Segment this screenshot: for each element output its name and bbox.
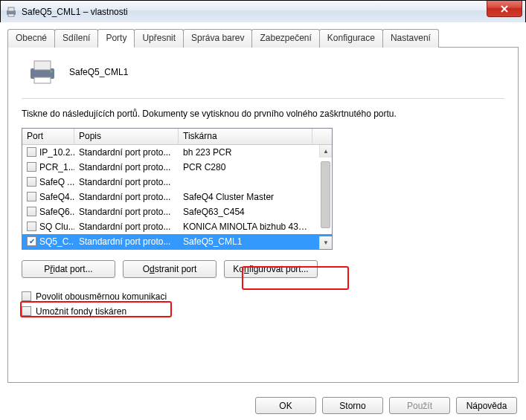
port-printer: SafeQ5_CML1 — [179, 235, 312, 248]
port-printer: KONICA MINOLTA bizhub 43 P... — [179, 220, 312, 233]
port-printer: PCR C280 — [179, 161, 312, 174]
tab-advanced[interactable]: Upřesnit — [134, 29, 184, 48]
printer-icon — [28, 59, 57, 85]
port-row[interactable]: SQ Clu...Standardní port proto...KONICA … — [22, 219, 332, 234]
port-checkbox[interactable] — [27, 192, 36, 201]
port-checkbox[interactable] — [27, 177, 36, 187]
port-desc: Standardní port proto... — [74, 175, 179, 189]
port-row[interactable]: SQ5_C...Standardní port proto...SafeQ5_C… — [22, 234, 332, 249]
port-name: SafeQ6... — [39, 207, 74, 217]
tab-security[interactable]: Zabezpečení — [251, 29, 319, 48]
port-checkbox[interactable] — [27, 222, 36, 231]
ok-button[interactable]: OK — [255, 397, 316, 414]
cancel-button[interactable]: Storno — [322, 397, 383, 414]
port-checkbox[interactable] — [27, 162, 36, 172]
port-list-header: Port Popis Tiskárna — [22, 129, 332, 145]
printer-pool-checkbox[interactable] — [22, 306, 31, 316]
tab-config[interactable]: Konfigurace — [319, 29, 383, 48]
tab-ports[interactable]: Porty — [97, 29, 135, 48]
port-printer: SafeQ4 Cluster Master — [179, 190, 312, 204]
printer-name: SafeQ5_CML1 — [69, 67, 128, 77]
port-printer: bh 223 PCR — [179, 146, 312, 159]
port-name: SQ Clu... — [39, 222, 74, 232]
separator — [22, 98, 504, 99]
port-row[interactable]: SafeQ6...Standardní port proto...SafeQ63… — [22, 204, 332, 219]
port-checkbox[interactable] — [27, 147, 36, 157]
port-desc: Standardní port proto... — [74, 235, 179, 248]
port-row[interactable]: PCR_1...Standardní port proto...PCR C280 — [22, 160, 332, 175]
tab-panel-ports: SafeQ5_CML1 Tiskne do následujících port… — [7, 47, 519, 383]
port-printer — [179, 181, 312, 184]
port-printer: SafeQ63_C454 — [179, 205, 312, 219]
dialog-footer: OK Storno Použít Nápověda — [255, 397, 517, 414]
titlebar: SafeQ5_CML1 – vlastnosti — [1, 1, 525, 23]
port-desc: Standardní port proto... — [74, 146, 179, 159]
port-desc: Standardní port proto... — [74, 220, 179, 233]
close-button[interactable] — [487, 1, 522, 17]
port-name: IP_10.2... — [39, 147, 74, 158]
bidirectional-label: Povolit obousměrnou komunikaci — [36, 291, 167, 302]
col-port[interactable]: Port — [22, 129, 74, 143]
port-name: SafeQ4... — [39, 192, 74, 202]
port-row[interactable]: SafeQ ...Standardní port proto... — [22, 175, 332, 190]
svg-rect-5 — [34, 77, 51, 83]
printer-pool-checkbox-row[interactable]: Umožnit fondy tiskáren — [22, 306, 504, 317]
port-list: Port Popis Tiskárna IP_10.2...Standardní… — [22, 128, 333, 250]
printer-pool-label: Umožnit fondy tiskáren — [36, 306, 126, 317]
bidirectional-checkbox[interactable] — [22, 291, 31, 301]
scroll-down-icon[interactable]: ▼ — [319, 236, 332, 249]
dialog-body: Obecné Sdílení Porty Upřesnit Správa bar… — [0, 22, 526, 420]
port-row[interactable]: SafeQ4...Standardní port proto...SafeQ4 … — [22, 190, 332, 204]
help-button[interactable]: Nápověda — [456, 397, 517, 414]
ports-description: Tiskne do následujících portů. Dokumenty… — [22, 108, 504, 120]
col-printer[interactable]: Tiskárna — [179, 129, 312, 143]
port-name: SQ5_C... — [39, 236, 74, 247]
port-desc: Standardní port proto... — [74, 190, 179, 204]
port-name: SafeQ ... — [39, 177, 74, 187]
svg-rect-1 — [8, 7, 14, 11]
svg-point-6 — [51, 71, 53, 73]
tab-settings[interactable]: Nastavení — [382, 29, 439, 48]
svg-rect-4 — [34, 61, 51, 70]
apply-button[interactable]: Použít — [389, 397, 450, 414]
port-checkbox[interactable] — [27, 236, 36, 246]
port-checkbox[interactable] — [27, 207, 36, 216]
printer-small-icon — [5, 6, 17, 18]
port-desc: Standardní port proto... — [74, 161, 179, 174]
tab-general[interactable]: Obecné — [7, 29, 55, 48]
port-list-body[interactable]: IP_10.2...Standardní port proto...bh 223… — [22, 145, 332, 250]
port-desc: Standardní port proto... — [74, 205, 179, 219]
scrollbar-thumb[interactable] — [321, 161, 330, 228]
tab-color[interactable]: Správa barev — [183, 29, 252, 48]
tab-strip: Obecné Sdílení Porty Upřesnit Správa bar… — [7, 29, 519, 48]
port-name: PCR_1... — [39, 162, 74, 172]
delete-port-button[interactable]: Odstranit port — [123, 260, 217, 278]
scroll-up-icon[interactable]: ▲ — [319, 145, 332, 158]
svg-rect-2 — [8, 14, 14, 16]
col-desc[interactable]: Popis — [74, 129, 179, 143]
add-port-button[interactable]: Přidat port... — [22, 260, 115, 278]
bidirectional-checkbox-row[interactable]: Povolit obousměrnou komunikaci — [22, 291, 504, 302]
configure-port-button[interactable]: Konfigurovat port... — [224, 260, 318, 278]
port-row[interactable]: IP_10.2...Standardní port proto...bh 223… — [22, 145, 332, 160]
tab-sharing[interactable]: Sdílení — [54, 29, 98, 48]
window-title: SafeQ5_CML1 – vlastnosti — [22, 7, 128, 17]
